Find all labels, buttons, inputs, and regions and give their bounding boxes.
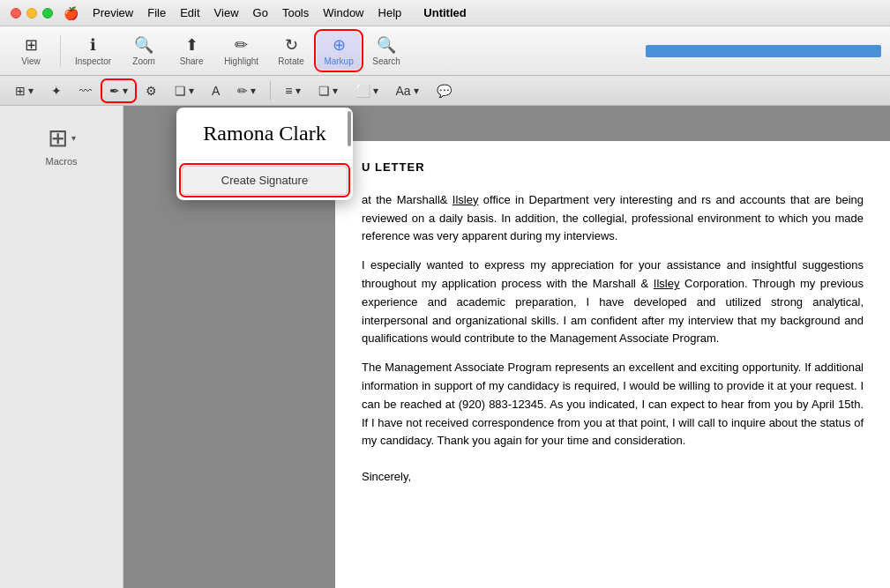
highlight-label: Highlight [224, 56, 258, 66]
window-title: Untitled [423, 6, 466, 19]
t2-view-icon: ⊞ [15, 84, 26, 98]
t2-align-arrow: ▾ [295, 85, 301, 97]
t2-divider-1 [270, 81, 271, 100]
t2-signature-icon: ✒ [109, 84, 120, 98]
menu-help[interactable]: Help [378, 6, 402, 19]
ilsley-link-1[interactable]: Ilsley [452, 193, 479, 206]
zoom-icon: 🔍 [134, 35, 153, 55]
t2-font-icon: Aa [396, 84, 411, 98]
share-icon: ⬆ [185, 35, 198, 55]
document-paper: U LETTER at the Marshall& Ilsley office … [335, 141, 890, 588]
t2-view-arrow: ▾ [28, 85, 34, 97]
t2-align-icon: ≡ [285, 84, 292, 98]
highlight-button[interactable]: ✏ Highlight [217, 32, 266, 70]
minimize-button[interactable] [26, 8, 37, 19]
zoom-button[interactable]: 🔍 Zoom [122, 32, 166, 70]
share-label: Share [180, 56, 204, 66]
zoom-label: Zoom [132, 56, 155, 66]
t2-shape-arrow: ▾ [333, 85, 338, 97]
apple-logo-icon: 🍎 [64, 6, 79, 20]
macros-icon: ⊞ [48, 123, 68, 153]
close-button[interactable] [11, 8, 21, 19]
macros-sidebar: ⊞ ▾ Macros [0, 106, 123, 588]
highlight-icon: ✏ [235, 35, 248, 55]
t2-box-icon: ❏ [175, 84, 186, 98]
search-icon: 🔍 [377, 35, 396, 55]
t2-line-btn[interactable]: ✏ ▾ [231, 81, 262, 100]
t2-border-btn[interactable]: ⬜ ▾ [349, 81, 385, 100]
signature-script: Ramona Clark [203, 122, 325, 145]
t2-select-btn[interactable]: ✦ [45, 81, 68, 100]
secondary-toolbar: ⊞ ▾ ✦ 〰 ✒ ▾ ⚙ ❏ ▾ A ✏ ▾ ≡ ▾ ❏ ▾ ⬜ ▾ Aa ▾… [0, 76, 890, 106]
t2-note-icon: 💬 [437, 84, 452, 98]
t2-font-btn[interactable]: Aa ▾ [390, 81, 425, 100]
menu-edit[interactable]: Edit [180, 6, 199, 19]
t2-border-arrow: ▾ [373, 85, 378, 97]
rotate-label: Rotate [278, 56, 303, 66]
menu-tools[interactable]: Tools [282, 6, 309, 19]
inspector-button[interactable]: ℹ Inspector [68, 32, 118, 70]
t2-adjust-icon: ⚙ [146, 84, 157, 98]
rotate-button[interactable]: ↻ Rotate [269, 32, 313, 70]
menu-bar: Preview File Edit View Go Tools Window H… [93, 6, 401, 19]
document-area: Ramona Clark Create Signature U LETTER a… [123, 106, 890, 588]
t2-line-arrow: ▾ [251, 85, 256, 97]
signature-item[interactable]: Ramona Clark [176, 108, 353, 160]
t2-sketch-icon: 〰 [79, 84, 92, 98]
t2-signature-btn[interactable]: ✒ ▾ [103, 81, 134, 100]
signature-dropdown: Ramona Clark Create Signature [176, 108, 353, 200]
menu-go[interactable]: Go [253, 6, 268, 19]
view-label: View [21, 56, 41, 66]
menu-window[interactable]: Window [323, 6, 363, 19]
t2-shape-btn[interactable]: ❏ ▾ [312, 81, 344, 100]
t2-adjust-btn[interactable]: ⚙ [139, 81, 163, 100]
markup-label: Markup [324, 56, 353, 66]
inspector-icon: ℹ [90, 35, 96, 55]
macros-label: Macros [45, 156, 77, 167]
menu-file[interactable]: File [147, 6, 166, 19]
t2-text-icon: A [212, 84, 220, 98]
t2-font-arrow: ▾ [414, 85, 419, 97]
t2-signature-arrow: ▾ [123, 85, 128, 97]
view-button[interactable]: ⊞ View [9, 32, 53, 70]
t2-box-btn[interactable]: ❏ ▾ [168, 81, 200, 100]
titlebar: 🍎 Preview File Edit View Go Tools Window… [0, 0, 890, 26]
document-salutation: Sincerely, [362, 468, 864, 487]
signature-scrollbar[interactable] [348, 111, 351, 146]
create-signature-button[interactable]: Create Signature [182, 166, 348, 195]
menu-view[interactable]: View [214, 6, 239, 19]
t2-border-icon: ⬜ [355, 84, 370, 98]
document-paragraph-1: I especially wanted to express my apprec… [362, 257, 864, 348]
share-button[interactable]: ⬆ Share [169, 32, 213, 70]
create-signature-label: Create Signature [221, 174, 308, 187]
primary-toolbar: ⊞ View ℹ Inspector 🔍 Zoom ⬆ Share ✏ High… [0, 26, 890, 76]
rotate-icon: ↻ [285, 35, 298, 55]
ilsley-link-2[interactable]: Ilsley [654, 277, 680, 290]
traffic-lights [11, 8, 53, 19]
macros-arrow-icon: ▾ [71, 133, 76, 143]
t2-text-btn[interactable]: A [206, 81, 226, 100]
t2-box-arrow: ▾ [189, 85, 194, 97]
t2-align-btn[interactable]: ≡ ▾ [279, 81, 306, 100]
t2-shape-icon: ❏ [318, 84, 330, 98]
blue-header-strip [646, 45, 881, 57]
maximize-button[interactable] [42, 8, 53, 19]
document-paragraph-0: at the Marshall& Ilsley office in Depart… [362, 191, 864, 246]
document-paragraph-2: The Management Associate Program represe… [362, 359, 864, 450]
document-title: U LETTER [362, 159, 864, 177]
t2-sketch-btn[interactable]: 〰 [73, 81, 98, 100]
t2-view-btn[interactable]: ⊞ ▾ [9, 81, 40, 100]
markup-icon: ⊕ [333, 35, 346, 55]
menu-preview[interactable]: Preview [93, 6, 133, 19]
main-area: ⊞ ▾ Macros Ramona Clark Create Signature… [0, 106, 890, 588]
markup-button[interactable]: ⊕ Markup [317, 32, 361, 70]
t2-note-btn[interactable]: 💬 [430, 81, 458, 100]
t2-lasso-icon: ✦ [51, 84, 62, 98]
toolbar-divider-1 [60, 35, 61, 67]
t2-line-icon: ✏ [237, 84, 248, 98]
inspector-label: Inspector [75, 56, 111, 66]
search-label: Search [372, 56, 400, 66]
macros-button[interactable]: ⊞ ▾ [48, 123, 76, 153]
view-icon: ⊞ [25, 35, 38, 55]
search-button[interactable]: 🔍 Search [364, 32, 408, 70]
